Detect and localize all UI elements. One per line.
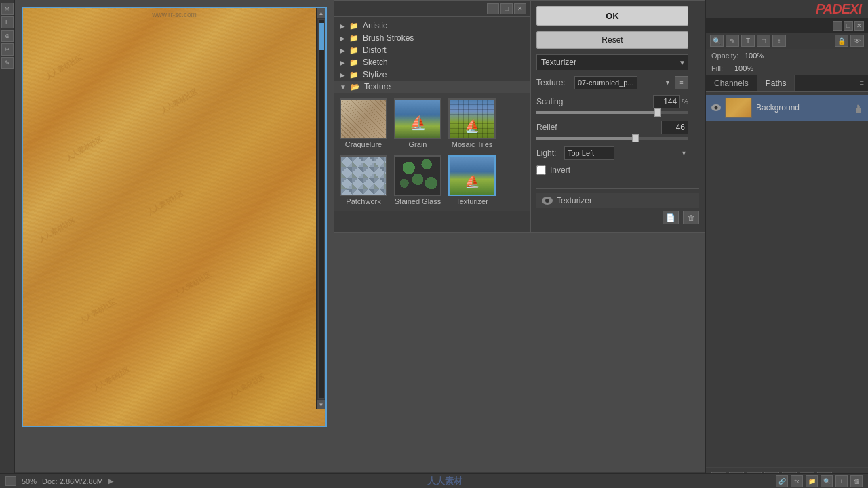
gallery-close[interactable]: ✕	[514, 3, 526, 14]
arrow-artistic: ▶	[340, 22, 345, 30]
arrow-texture: ▼	[340, 83, 347, 91]
thumb-stained	[394, 155, 441, 196]
panel-tab-more[interactable]: ≡	[856, 75, 868, 92]
texture-craquelure[interactable]: Craquelure	[338, 97, 389, 150]
category-stylize[interactable]: ▶ 📁 Stylize	[334, 68, 530, 81]
watermark-6: 人人素材社区	[146, 188, 186, 217]
texture-stained[interactable]: Stained Glass	[393, 154, 443, 207]
texture-select-chevron: ▼	[665, 79, 671, 86]
layer-eye-background[interactable]	[711, 104, 721, 111]
opacity-row: Opacity: 100%	[706, 49, 868, 62]
texture-grain[interactable]: Grain	[393, 97, 443, 150]
filter-select[interactable]: Texturizer	[536, 54, 688, 70]
status-arrow[interactable]: ▶	[108, 477, 114, 485]
toolbar-tool-1[interactable]: M	[1, 3, 14, 15]
search-icon-btn[interactable]: 🔍	[710, 35, 724, 47]
filter-list: ▶ 📁 Artistic ▶ 📁 Brush Strokes ▶ 📁	[334, 17, 530, 232]
relief-input[interactable]	[661, 121, 688, 134]
toolbar-tool-5[interactable]: ✎	[1, 57, 14, 69]
category-brush[interactable]: ▶ 📁 Brush Strokes	[334, 32, 530, 44]
label-stylize: Stylize	[363, 70, 387, 79]
label-artistic: Artistic	[363, 21, 387, 30]
toolbar-tool-3[interactable]: ⊕	[1, 30, 14, 42]
folder-artistic: 📁	[349, 22, 359, 30]
tab-channels[interactable]: Channels	[706, 75, 757, 92]
filter-select-wrap: Texturizer ▼	[536, 54, 688, 70]
win-maximize[interactable]: □	[844, 21, 853, 30]
relief-value-wrap	[661, 121, 688, 134]
texture-menu-button[interactable]: ≡	[675, 76, 688, 89]
toolbar-tool-2[interactable]: L	[1, 16, 14, 28]
texture-texturizer[interactable]: Texturizer	[447, 154, 497, 207]
status-bar: 50% Doc: 2.86M/2.86M ▶ 人人素材 🔗 fx 📁 🔍 + 🗑	[0, 473, 868, 488]
status-folder-icon[interactable]: 📁	[806, 475, 818, 487]
arrange-icon-btn[interactable]: ↕	[772, 35, 786, 47]
reset-button[interactable]: Reset	[536, 31, 688, 49]
filter-gallery: — □ ✕ ▶ 📁 Artistic ▶ 📁	[334, 1, 531, 232]
shape-icon-btn[interactable]: □	[757, 35, 770, 47]
canvas-image: 人人素材社区 人人素材社区 人人素材社区 人人素材社区 人人素材社区 人人素材社…	[23, 8, 326, 426]
canvas-wrapper: 人人素材社区 人人素材社区 人人素材社区 人人素材社区 人人素材社区 人人素材社…	[22, 7, 327, 427]
vscroll-thumb[interactable]	[319, 23, 324, 50]
status-center: 人人素材	[119, 475, 770, 487]
texture-select[interactable]: 07-crumpled_p...	[574, 76, 637, 89]
texture-mosaic[interactable]: Mosaic Tiles	[447, 97, 497, 150]
sidebar-header: PADEXI	[706, 0, 868, 19]
scaling-slider-thumb[interactable]	[654, 108, 661, 117]
layers-list: Background	[706, 92, 868, 467]
effects-controls: 📄 🗑	[536, 208, 699, 227]
filter-dialog: — □ ✕ ▶ 📁 Artistic ▶ 📁	[334, 0, 705, 233]
light-select[interactable]: Top Left Top Top Right Left Right Bottom…	[564, 146, 614, 160]
light-select-chevron: ▼	[681, 150, 687, 157]
arrow-brush: ▶	[340, 35, 345, 42]
url-watermark: www.rr-sc.com	[152, 11, 197, 18]
status-fx-icon[interactable]: fx	[791, 475, 803, 487]
texture-patchwork[interactable]: Patchwork	[338, 154, 389, 207]
arrow-distort: ▶	[340, 47, 345, 54]
padexi-logo: PADEXI	[816, 1, 861, 16]
effect-add-button[interactable]: 📄	[663, 211, 679, 224]
label-grain: Grain	[409, 140, 427, 148]
label-mosaic: Mosaic Tiles	[452, 140, 493, 148]
tool-icons-row: 🔍 ✎ T □ ↕ 🔒 👁	[706, 33, 868, 49]
canvas-vscroll: ▲ ▼	[316, 8, 326, 409]
relief-slider-track[interactable]	[536, 137, 688, 140]
invert-checkbox[interactable]	[536, 165, 546, 175]
watermark-3: 人人素材社区	[37, 216, 77, 244]
effect-eye-texturizer[interactable]	[542, 197, 553, 205]
category-sketch[interactable]: ▶ 📁 Sketch	[334, 56, 530, 68]
category-texture[interactable]: ▼ 📂 Texture	[334, 81, 530, 93]
scaling-slider-track[interactable]	[536, 111, 688, 114]
status-link-icon[interactable]: 🔗	[776, 475, 788, 487]
win-close[interactable]: ✕	[854, 21, 864, 30]
gallery-minimize[interactable]: —	[487, 3, 499, 14]
toolbar-tool-4[interactable]: ✂	[1, 43, 14, 56]
watermark-8: 人人素材社区	[92, 365, 132, 393]
sidebar-bottom-icons: 🔗 fx 📁 🔍 + 🗑	[776, 475, 863, 487]
status-search-icon[interactable]: 🔍	[821, 475, 833, 487]
text-icon-btn[interactable]: T	[741, 35, 755, 47]
tab-paths[interactable]: Paths	[757, 75, 795, 92]
texture-row: Texture: 07-crumpled_p... ▼ ≡	[536, 76, 688, 89]
relief-slider-thumb[interactable]	[632, 134, 639, 142]
eye-icon-btn[interactable]: 👁	[850, 35, 864, 47]
category-distort[interactable]: ▶ 📁 Distort	[334, 44, 530, 56]
effect-row-texturizer: Texturizer	[536, 193, 699, 208]
ok-button[interactable]: OK	[536, 6, 688, 26]
vscroll-up[interactable]: ▲	[317, 8, 326, 18]
vscroll-track[interactable]	[318, 19, 325, 399]
gallery-maximize[interactable]: □	[500, 3, 513, 14]
label-texturizer: Texturizer	[456, 197, 488, 205]
status-delete-icon[interactable]: 🗑	[850, 475, 863, 487]
edit-icon-btn[interactable]: ✎	[726, 35, 739, 47]
vscroll-down[interactable]: ▼	[317, 400, 326, 409]
scaling-input[interactable]	[653, 95, 680, 108]
effect-delete-button[interactable]: 🗑	[683, 211, 699, 224]
win-minimize[interactable]: —	[833, 21, 842, 30]
category-artistic[interactable]: ▶ 📁 Artistic	[334, 20, 530, 32]
folder-stylize: 📁	[349, 70, 359, 79]
status-new-icon[interactable]: +	[835, 475, 848, 487]
folder-distort: 📁	[349, 46, 359, 55]
lock-icon-btn[interactable]: 🔒	[835, 35, 848, 47]
layer-item-background[interactable]: Background	[706, 95, 868, 121]
